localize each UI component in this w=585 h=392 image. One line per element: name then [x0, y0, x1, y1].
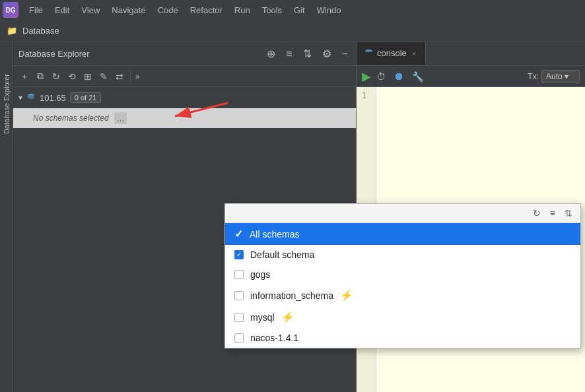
dd-group-icon[interactable]: ≡ [547, 207, 558, 220]
panel-header: Database Explorer ⊕ ≡ ⇅ ⚙ − [13, 42, 356, 66]
menu-bar: DG File Edit View Navigate Code Refactor… [0, 0, 585, 20]
stop-icon[interactable]: ⏺ [391, 69, 407, 84]
console-tab-close[interactable]: × [411, 49, 417, 58]
gogs-label: gogs [250, 269, 270, 280]
dd-sort-icon[interactable]: ⇅ [562, 207, 575, 220]
copy-button[interactable]: ⧉ [33, 69, 48, 84]
window-title: Database [22, 26, 59, 36]
app-icon: DG [3, 2, 18, 18]
refresh-button[interactable]: ↻ [49, 69, 63, 84]
connection-db-icon [26, 92, 36, 104]
connection-name[interactable]: 101.65 [40, 93, 66, 103]
add-datasource-icon[interactable]: ⊕ [264, 46, 278, 61]
mysql-label: mysql [250, 312, 275, 323]
title-bar: 📁 Database [0, 20, 585, 42]
schema-count-badge: 0 of 21 [70, 92, 102, 103]
folder-icon: 📁 [7, 26, 17, 36]
run-button[interactable]: ▶ [362, 69, 371, 84]
menu-refactor[interactable]: Refactor [185, 3, 228, 18]
vertical-sidebar: Database Explorer [0, 42, 13, 392]
dropdown-toolbar: ↻ ≡ ⇅ [225, 204, 580, 223]
console-tab-label: console [377, 48, 407, 58]
toolbar-separator [130, 71, 131, 82]
console-tab-icon [364, 48, 373, 59]
mysql-checkbox[interactable] [234, 313, 244, 322]
edit-button[interactable]: ✎ [96, 69, 111, 84]
toolbar-row: + ⧉ ↻ ⟲ ⊞ ✎ ⇄ » [13, 66, 356, 87]
no-schemas-row: No schemas selected ... [13, 108, 356, 128]
schema-item-information-schema[interactable]: information_schema ⚡ [225, 284, 580, 306]
wrench-icon[interactable]: 🔧 [409, 70, 426, 83]
schema-item-default[interactable]: Default schema [225, 245, 580, 265]
collapse-icon[interactable]: ▾ [18, 93, 22, 102]
tab-bar: console × [357, 42, 585, 66]
lightning-icon-mysql: ⚡ [281, 311, 294, 323]
more-actions-button[interactable]: » [135, 72, 140, 81]
menu-file[interactable]: File [24, 3, 48, 18]
default-schema-label: Default schema [250, 249, 314, 260]
menu-window[interactable]: Windo [312, 3, 347, 18]
menu-edit[interactable]: Edit [50, 3, 75, 18]
sidebar-vertical-label[interactable]: Database Explorer [1, 69, 12, 139]
lightning-icon-information: ⚡ [340, 289, 353, 302]
table-button[interactable]: ⊞ [81, 69, 95, 84]
schema-item-mysql[interactable]: mysql ⚡ [225, 306, 580, 328]
synchronize-button[interactable]: ⟲ [65, 69, 79, 84]
tx-label: Tx: [528, 72, 539, 81]
minimize-icon[interactable]: − [339, 47, 351, 61]
nacos-checkbox[interactable] [234, 333, 244, 343]
ellipsis-button[interactable]: ... [114, 112, 127, 124]
schema-item-all-schemas[interactable]: ✓ All schemas [225, 223, 580, 245]
gogs-checkbox[interactable] [234, 270, 244, 279]
menu-run[interactable]: Run [229, 3, 256, 18]
schema-dropdown-panel: ↻ ≡ ⇅ ✓ All schemas Default schema gogs … [224, 203, 581, 348]
menu-navigate[interactable]: Navigate [106, 3, 151, 18]
tx-dropdown[interactable]: Auto ▾ [541, 70, 580, 83]
line-number-1: 1 [362, 91, 370, 100]
console-tab[interactable]: console × [357, 42, 426, 65]
information-schema-checkbox[interactable] [234, 291, 244, 300]
panel-title: Database Explorer [18, 49, 259, 59]
all-schemas-label: All schemas [250, 229, 299, 240]
menu-tools[interactable]: Tools [257, 3, 287, 18]
console-toolbar: ▶ ⏱ ⏺ 🔧 Tx: Auto ▾ [357, 66, 585, 87]
nacos-label: nacos-1.4.1 [250, 333, 298, 343]
sort-icon[interactable]: ⇅ [300, 46, 314, 61]
information-schema-label: information_schema [250, 290, 333, 301]
settings-icon[interactable]: ⚙ [320, 46, 334, 61]
menu-view[interactable]: View [76, 3, 105, 18]
dd-refresh-icon[interactable]: ↻ [530, 207, 543, 220]
default-schema-checkbox[interactable] [234, 250, 244, 259]
connection-row: ▾ 101.65 0 of 21 [13, 87, 356, 108]
schema-item-nacos[interactable]: nacos-1.4.1 [225, 328, 580, 348]
menu-git[interactable]: Git [289, 3, 310, 18]
history-icon[interactable]: ⏱ [374, 70, 388, 83]
group-icon[interactable]: ≡ [283, 47, 294, 61]
menu-code[interactable]: Code [153, 3, 184, 18]
add-button[interactable]: + [17, 69, 32, 84]
schema-item-gogs[interactable]: gogs [225, 265, 580, 284]
no-schemas-text: No schemas selected [33, 114, 109, 123]
all-schemas-check-icon: ✓ [234, 228, 243, 240]
jump-button[interactable]: ⇄ [112, 69, 127, 84]
